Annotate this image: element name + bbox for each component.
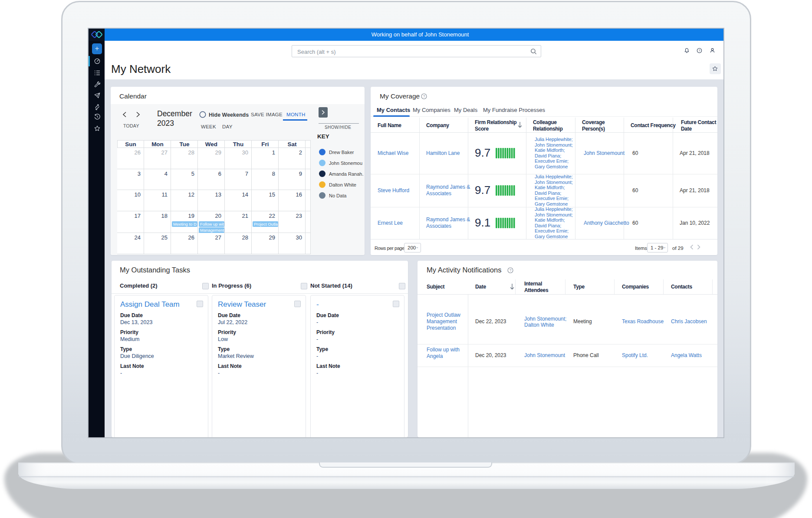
svg-text:?: ?	[698, 49, 700, 52]
svg-text:?: ?	[423, 94, 425, 98]
svg-text:?: ?	[510, 268, 512, 272]
